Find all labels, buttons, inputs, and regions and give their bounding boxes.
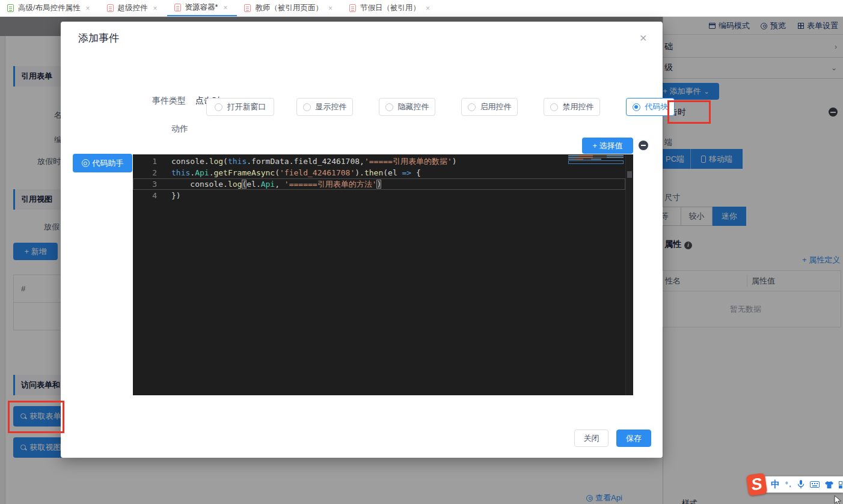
tab-close-icon[interactable]: × [426, 4, 430, 13]
punctuation-icon[interactable]: °， [785, 480, 792, 489]
pink-doc-icon [349, 4, 356, 12]
select-value-button[interactable]: + 选择值 [582, 138, 633, 154]
save-button-label: 保存 [626, 433, 642, 444]
radio-icon [550, 103, 558, 111]
action-options-row: 打开新窗口显示控件隐藏控件启用控件禁用控件代码块 [133, 98, 615, 116]
add-event-modal: 添加事件 × 事件类型 点击时 动作 打开新窗口显示控件隐藏控件启用控件禁用控件… [61, 22, 663, 458]
toolbox-icon[interactable] [839, 481, 843, 488]
action-option[interactable]: 隐藏控件 [379, 98, 435, 116]
assistant-icon [82, 159, 90, 167]
line-number: 4 [133, 190, 157, 201]
browser-tab[interactable]: 节假日（被引用）× [342, 0, 440, 16]
microphone-icon[interactable] [797, 480, 805, 489]
action-option[interactable]: 启用控件 [461, 98, 518, 116]
action-label: 动作 [171, 124, 188, 135]
tab-close-icon[interactable]: × [153, 4, 158, 13]
code-assistant-button[interactable]: 代码助手 [73, 154, 132, 172]
line-number: 1 [133, 156, 157, 167]
annotation-box-event-item [667, 100, 711, 124]
ime-bar: 中 °， [762, 476, 843, 493]
code-line: 3 console.log(el.Api, '======引用表单的方法') [133, 178, 625, 190]
scrollbar-thumb[interactable] [627, 171, 632, 178]
close-button[interactable]: 关闭 [574, 430, 608, 447]
tab-close-icon[interactable]: × [328, 4, 333, 13]
tab-label: 高级/布局控件属性 [18, 3, 80, 13]
action-option-label: 代码块 [645, 102, 669, 112]
green-doc-icon [7, 4, 14, 12]
radio-icon [303, 103, 311, 111]
remove-action-icon[interactable] [639, 141, 648, 150]
close-icon[interactable]: × [640, 32, 647, 44]
browser-tab[interactable]: 教师（被引用页面）× [237, 0, 342, 16]
save-button[interactable]: 保存 [616, 430, 651, 447]
action-option-label: 禁用控件 [563, 102, 594, 112]
browser-tab[interactable]: 高级/布局控件属性× [0, 0, 100, 16]
code-text: console.log(el.Api, '======引用表单的方法') [157, 178, 381, 190]
radio-icon [468, 103, 476, 111]
close-button-label: 关闭 [584, 433, 599, 444]
line-number: 3 [133, 178, 157, 190]
line-number: 2 [133, 167, 157, 178]
keyboard-icon[interactable] [810, 481, 820, 488]
browser-tab-bar: 高级/布局控件属性×超级控件×资源容器*×教师（被引用页面）×节假日（被引用）× [0, 0, 843, 17]
action-option-label: 显示控件 [316, 102, 347, 112]
sogou-logo[interactable]: S [746, 473, 768, 496]
tab-label: 资源容器* [185, 2, 218, 13]
screen: 高级/布局控件属性×超级控件×资源容器*×教师（被引用页面）×节假日（被引用）×… [0, 0, 843, 504]
skin-icon[interactable] [825, 481, 833, 488]
action-option[interactable]: 显示控件 [296, 98, 353, 116]
action-option-label: 打开新窗口 [227, 102, 266, 112]
code-text: }) [157, 190, 181, 201]
minimap-viewport [568, 160, 624, 164]
ime-toolbar: S 中 °， [747, 474, 843, 495]
chinese-mode-icon[interactable]: 中 [771, 479, 780, 490]
code-editor[interactable]: 1console.log(this.formData.field_4246170… [133, 154, 633, 395]
action-option-label: 启用控件 [480, 102, 512, 112]
action-option-label: 隐藏控件 [398, 102, 429, 112]
pink-doc-icon [107, 4, 114, 12]
tab-label: 超级控件 [118, 3, 148, 13]
tab-close-icon[interactable]: × [85, 4, 90, 13]
action-option[interactable]: 禁用控件 [544, 98, 600, 116]
tab-label: 节假日（被引用） [360, 3, 420, 13]
radio-icon [385, 103, 393, 111]
tab-close-icon[interactable]: × [223, 4, 227, 12]
modal-title: 添加事件 [78, 31, 119, 45]
code-lines: 1console.log(this.formData.field_4246170… [133, 154, 633, 201]
pink-doc-icon [174, 4, 181, 11]
mouse-cursor [834, 495, 842, 504]
code-line: 4}) [133, 190, 625, 201]
select-value-label: + 选择值 [592, 141, 622, 151]
tab-label: 教师（被引用页面） [255, 3, 323, 13]
editor-minimap [568, 155, 624, 164]
pink-doc-icon [244, 4, 251, 12]
browser-tab[interactable]: 资源容器*× [167, 0, 238, 16]
action-option[interactable]: 打开新窗口 [206, 98, 274, 116]
code-assistant-label: 代码助手 [93, 158, 124, 169]
annotation-box-get-form [8, 401, 64, 433]
code-line: 1console.log(this.formData.field_4246170… [133, 156, 625, 167]
radio-icon [215, 103, 222, 111]
radio-icon [633, 103, 640, 111]
code-line: 2this.Api.getFrameAsync('field_42461708'… [133, 167, 625, 178]
browser-tab[interactable]: 超级控件× [100, 0, 167, 16]
code-text: console.log(this.formData.field_42461708… [157, 156, 457, 167]
code-text: this.Api.getFrameAsync('field_42461708')… [157, 167, 421, 178]
editor-scrollbar[interactable] [625, 154, 633, 395]
